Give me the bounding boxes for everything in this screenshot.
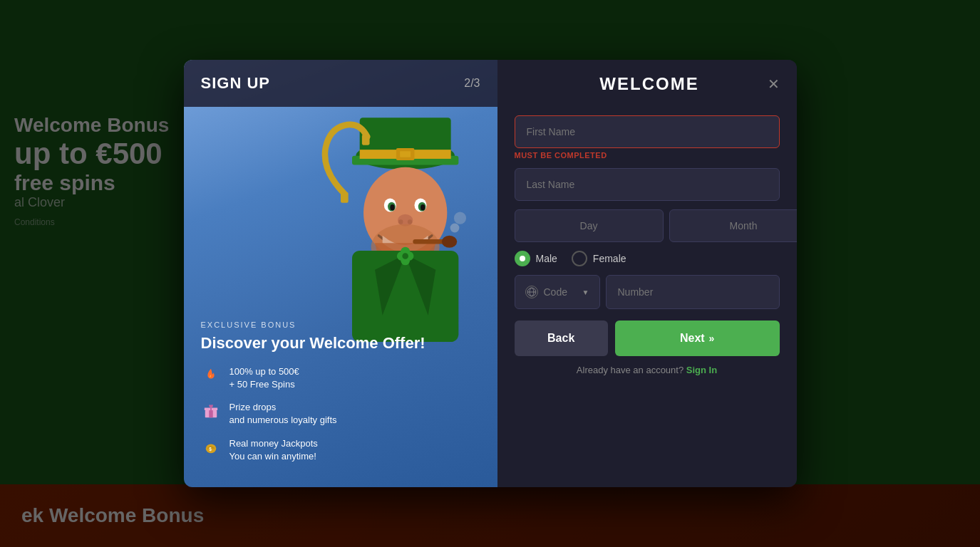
modal-left-header: SIGN UP 2/3 bbox=[184, 60, 497, 107]
gift-icon bbox=[201, 401, 221, 421]
gender-male-label: Male bbox=[536, 253, 557, 264]
welcome-title: WELCOME bbox=[532, 74, 768, 94]
svg-point-25 bbox=[450, 224, 459, 233]
dob-month-input[interactable] bbox=[669, 209, 797, 242]
bag-icon: $ bbox=[201, 437, 221, 457]
bonus-item-1-text: Prize drops and numerous loyalty gifts bbox=[229, 401, 337, 427]
svg-rect-28 bbox=[361, 135, 369, 145]
svg-point-15 bbox=[407, 219, 411, 224]
svg-point-11 bbox=[390, 204, 394, 211]
svg-point-24 bbox=[441, 236, 456, 248]
gender-male-radio[interactable] bbox=[515, 251, 530, 266]
phone-number-input[interactable] bbox=[606, 275, 780, 309]
modal-left-content: EXCLUSIVE BONUS Discover your Welcome Of… bbox=[184, 107, 497, 487]
signup-form: MUST BE COMPLETED Male bbox=[497, 108, 797, 487]
bonus-item-2: $ Real money Jackpots You can win anytim… bbox=[201, 437, 480, 463]
back-button[interactable]: Back bbox=[515, 321, 608, 356]
signin-row: Already have an account? Sign In bbox=[515, 365, 780, 378]
dob-day-input[interactable] bbox=[515, 209, 664, 242]
modal-right-panel: WELCOME ✕ MUST BE COMPLETED bbox=[497, 60, 797, 487]
svg-point-26 bbox=[453, 212, 465, 224]
last-name-group bbox=[515, 168, 780, 201]
first-name-group: MUST BE COMPLETED bbox=[515, 115, 780, 160]
modal-left-panel: SIGN UP 2/3 bbox=[184, 60, 497, 487]
first-name-input[interactable] bbox=[515, 115, 780, 148]
close-button[interactable]: ✕ bbox=[768, 77, 780, 91]
first-name-error: MUST BE COMPLETED bbox=[515, 151, 780, 160]
gender-female-label: Female bbox=[593, 253, 626, 264]
signup-modal: SIGN UP 2/3 bbox=[184, 60, 797, 487]
discover-title: Discover your Welcome Offer! bbox=[201, 333, 480, 354]
fire-icon bbox=[201, 365, 221, 385]
bonus-item-1: Prize drops and numerous loyalty gifts bbox=[201, 401, 480, 427]
gender-female-radio[interactable] bbox=[572, 251, 587, 266]
gender-row: Male Female bbox=[515, 251, 780, 266]
step-indicator: 2/3 bbox=[464, 77, 480, 90]
phone-code-selector[interactable]: Code ▼ bbox=[515, 275, 600, 309]
svg-text:$: $ bbox=[209, 446, 212, 452]
svg-point-14 bbox=[398, 219, 403, 224]
next-arrows-icon: » bbox=[709, 333, 715, 344]
bonus-item-0-text: 100% up to 500€ + 50 Free Spins bbox=[229, 365, 299, 391]
bonus-content: EXCLUSIVE BONUS Discover your Welcome Of… bbox=[184, 306, 497, 487]
chevron-down-icon: ▼ bbox=[582, 288, 589, 296]
next-button-label: Next bbox=[680, 332, 705, 345]
svg-rect-5 bbox=[400, 151, 411, 157]
buttons-row: Back Next » bbox=[515, 321, 780, 356]
gender-male-option[interactable]: Male bbox=[515, 251, 557, 266]
modal-overlay: SIGN UP 2/3 bbox=[0, 0, 980, 547]
signin-link[interactable]: Sign In bbox=[686, 365, 717, 375]
dob-row bbox=[515, 209, 780, 242]
signin-text: Already have an account? bbox=[577, 365, 684, 375]
phone-code-label: Code bbox=[544, 286, 567, 298]
svg-point-12 bbox=[421, 204, 425, 211]
bonus-item-2-text: Real money Jackpots You can win anytime! bbox=[229, 437, 318, 463]
phone-row: Code ▼ bbox=[515, 275, 780, 309]
last-name-input[interactable] bbox=[515, 168, 780, 201]
svg-rect-27 bbox=[341, 192, 349, 203]
next-button[interactable]: Next » bbox=[615, 321, 780, 356]
gender-female-option[interactable]: Female bbox=[572, 251, 626, 266]
exclusive-label: EXCLUSIVE BONUS bbox=[201, 321, 480, 329]
signup-title: SIGN UP bbox=[201, 74, 270, 93]
modal-right-header: WELCOME ✕ bbox=[497, 60, 797, 108]
svg-point-22 bbox=[402, 253, 408, 259]
bonus-item-0: 100% up to 500€ + 50 Free Spins bbox=[201, 365, 480, 391]
globe-icon bbox=[525, 286, 538, 298]
